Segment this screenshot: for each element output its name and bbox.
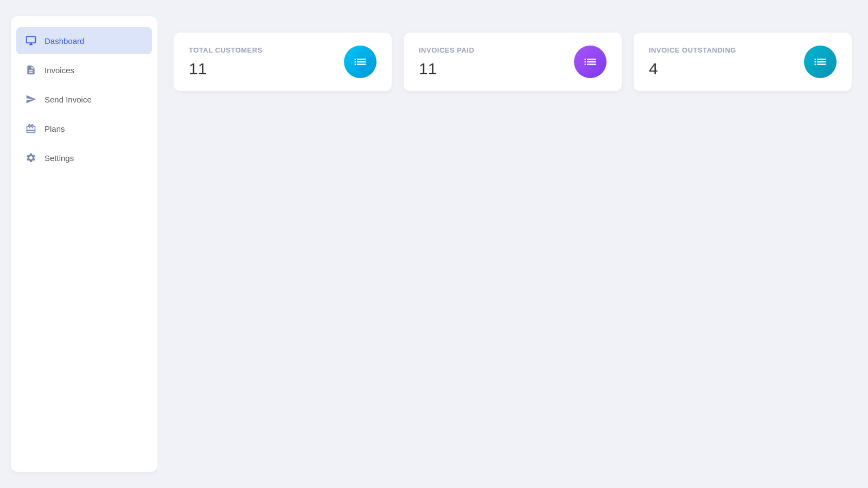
- gift-icon: [25, 123, 37, 134]
- sidebar-item-dashboard-label: Dashboard: [44, 36, 84, 46]
- sidebar-item-invoices[interactable]: Invoices: [16, 56, 152, 84]
- list-icon-2: [583, 54, 598, 69]
- main-content: TOTAL CUSTOMERS 11 INVOICES PAID 11: [157, 16, 868, 472]
- stat-card-total-customers-label: TOTAL CUSTOMERS: [189, 46, 263, 54]
- send-icon: [25, 93, 37, 105]
- sidebar: Dashboard Invoices Send Invoice: [11, 16, 157, 472]
- stats-cards-row: TOTAL CUSTOMERS 11 INVOICES PAID 11: [174, 33, 852, 91]
- sidebar-item-plans-label: Plans: [44, 124, 65, 133]
- sidebar-item-invoices-label: Invoices: [44, 66, 74, 75]
- sidebar-item-settings-label: Settings: [44, 153, 74, 163]
- stat-card-invoices-paid-label: INVOICES PAID: [419, 46, 474, 54]
- stat-card-invoice-outstanding-label: INVOICE OUTSTANDING: [649, 46, 736, 54]
- sidebar-item-send-invoice-label: Send Invoice: [44, 95, 92, 104]
- stat-card-invoice-outstanding-value: 4: [649, 60, 736, 78]
- document-icon: [25, 64, 37, 76]
- stat-card-invoices-paid-icon: [574, 46, 607, 78]
- sidebar-item-plans[interactable]: Plans: [16, 115, 152, 142]
- stat-card-invoices-paid: INVOICES PAID 11: [404, 33, 622, 91]
- stat-card-total-customers-text: TOTAL CUSTOMERS 11: [189, 46, 263, 78]
- stat-card-invoice-outstanding-text: INVOICE OUTSTANDING 4: [649, 46, 736, 78]
- sidebar-item-dashboard[interactable]: Dashboard: [16, 27, 152, 54]
- stat-card-invoice-outstanding-icon: [804, 46, 837, 78]
- monitor-icon: [25, 35, 37, 47]
- stat-card-total-customers-value: 11: [189, 60, 263, 78]
- sidebar-item-settings[interactable]: Settings: [16, 144, 152, 171]
- stat-card-invoice-outstanding: INVOICE OUTSTANDING 4: [634, 33, 852, 91]
- stat-card-total-customers: TOTAL CUSTOMERS 11: [174, 33, 392, 91]
- stat-card-invoices-paid-text: INVOICES PAID 11: [419, 46, 474, 78]
- gear-icon: [25, 152, 37, 164]
- stat-card-total-customers-icon: [344, 46, 376, 78]
- sidebar-item-send-invoice[interactable]: Send Invoice: [16, 86, 152, 113]
- list-icon: [353, 54, 368, 69]
- list-icon-3: [813, 54, 828, 69]
- app-wrapper: Dashboard Invoices Send Invoice: [0, 0, 868, 488]
- stat-card-invoices-paid-value: 11: [419, 60, 474, 78]
